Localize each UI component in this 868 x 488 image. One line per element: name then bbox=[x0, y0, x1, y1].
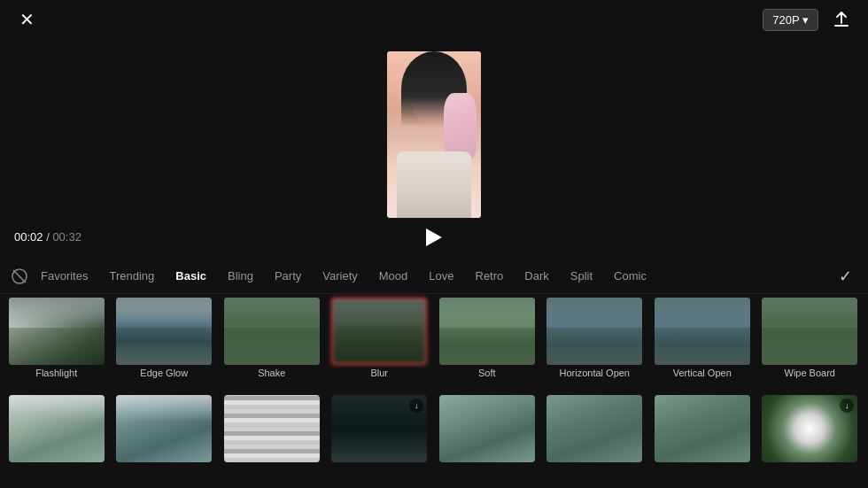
export-button[interactable] bbox=[829, 7, 854, 32]
play-icon bbox=[426, 229, 442, 246]
close-button[interactable]: ✕ bbox=[14, 7, 39, 32]
tab-split[interactable]: Split bbox=[560, 264, 603, 288]
tabs-list: FavoritesTrendingBasicBlingPartyVarietyM… bbox=[30, 264, 832, 288]
download-icon: ↓ bbox=[409, 399, 423, 413]
filter-label-wipeboard: Wipe Board bbox=[785, 368, 835, 378]
play-button[interactable] bbox=[420, 223, 448, 252]
filter-item-soft[interactable]: Soft bbox=[434, 298, 540, 393]
tab-retro[interactable]: Retro bbox=[465, 264, 515, 288]
filter-item-horizopen[interactable]: Horizontal Open bbox=[542, 298, 648, 393]
filter-item-blur[interactable]: Blur bbox=[327, 298, 433, 393]
header-controls: 720P ▾ bbox=[763, 7, 854, 32]
tab-favorites[interactable]: Favorites bbox=[30, 264, 98, 288]
time-separator: / bbox=[43, 230, 53, 244]
video-frame bbox=[387, 51, 481, 218]
confirm-button[interactable]: ✓ bbox=[832, 261, 859, 291]
filter-label-vertopen: Vertical Open bbox=[673, 368, 732, 378]
filter-item-r2c3[interactable] bbox=[219, 395, 325, 484]
tab-bling[interactable]: Bling bbox=[217, 264, 264, 288]
timestamp: 00:02 / 00:32 bbox=[14, 230, 81, 244]
tab-basic[interactable]: Basic bbox=[165, 264, 217, 288]
video-thumbnail bbox=[387, 51, 481, 218]
filter-item-edgeglow[interactable]: Edge Glow bbox=[112, 298, 218, 393]
filter-item-r2c4[interactable]: ↓ bbox=[327, 395, 433, 484]
filter-grid-row1: FlashlightEdge GlowShakeBlurSoftHorizont… bbox=[0, 298, 868, 393]
filter-item-r2c8[interactable]: ↓ bbox=[757, 395, 864, 484]
total-time: 00:32 bbox=[52, 230, 81, 244]
tab-love[interactable]: Love bbox=[418, 264, 464, 288]
filter-item-r2c7[interactable] bbox=[649, 395, 756, 484]
filter-label-shake: Shake bbox=[258, 368, 285, 378]
resolution-button[interactable]: 720P ▾ bbox=[763, 9, 818, 31]
tab-party[interactable]: Party bbox=[264, 264, 312, 288]
svg-line-1 bbox=[13, 270, 26, 283]
filter-label-flashlight: Flashlight bbox=[35, 368, 77, 378]
tab-dark[interactable]: Dark bbox=[514, 264, 559, 288]
filter-grid-row2: ↓↓ bbox=[0, 395, 868, 484]
header: ✕ 720P ▾ bbox=[0, 0, 868, 39]
tab-comic[interactable]: Comic bbox=[603, 264, 657, 288]
filter-item-r2c1[interactable] bbox=[4, 395, 110, 484]
current-time: 00:02 bbox=[14, 230, 43, 244]
filter-tabs: FavoritesTrendingBasicBlingPartyVarietyM… bbox=[0, 259, 868, 294]
filter-item-r2c6[interactable] bbox=[542, 395, 648, 484]
preview-area bbox=[0, 39, 868, 230]
filter-label-blur: Blur bbox=[370, 368, 388, 378]
filter-label-edgeglow: Edge Glow bbox=[140, 368, 188, 378]
filter-item-vertopen[interactable]: Vertical Open bbox=[649, 298, 756, 393]
download-icon: ↓ bbox=[840, 399, 854, 413]
filter-item-flashlight[interactable]: Flashlight bbox=[4, 298, 110, 393]
filter-item-r2c2[interactable] bbox=[112, 395, 218, 484]
filter-item-shake[interactable]: Shake bbox=[219, 298, 325, 393]
filter-item-wipeboard[interactable]: Wipe Board bbox=[757, 298, 864, 393]
filter-item-r2c5[interactable] bbox=[434, 395, 540, 484]
filter-label-horizopen: Horizontal Open bbox=[560, 368, 631, 378]
tab-trending[interactable]: Trending bbox=[98, 264, 165, 288]
tab-variety[interactable]: Variety bbox=[312, 264, 368, 288]
tab-mood[interactable]: Mood bbox=[368, 264, 419, 288]
no-filter-icon[interactable] bbox=[9, 266, 30, 287]
filter-label-soft: Soft bbox=[478, 368, 496, 378]
